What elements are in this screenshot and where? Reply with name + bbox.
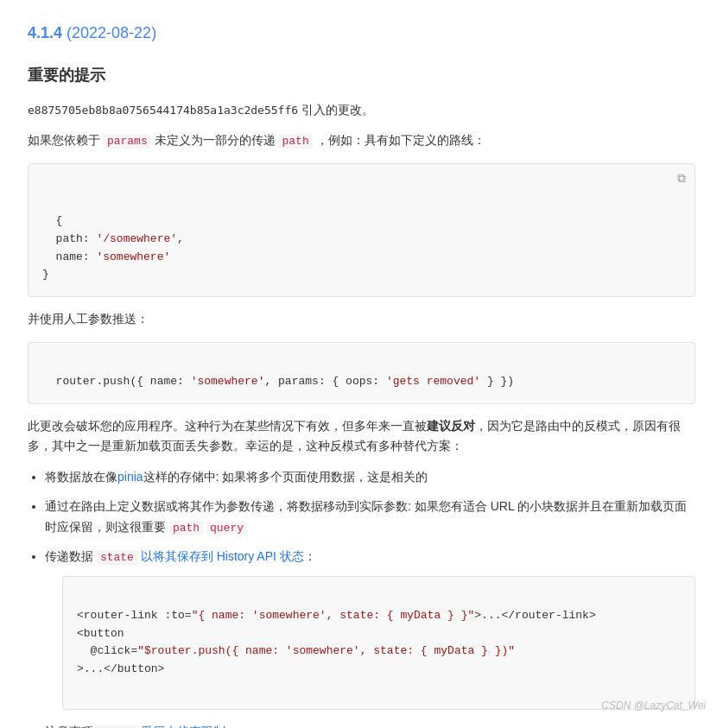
alternatives-list: 将数据放在像pinia这样的存储中: 如果将多个页面使用数据，这是相关的 通过在… <box>45 467 695 538</box>
query-inline: query <box>206 521 247 535</box>
intro-commit: e8875705eb8b8a0756544174b85a1a3c2de55ff6… <box>28 100 695 121</box>
params-code: params <box>104 134 151 149</box>
version-number: 4.1.4 <box>28 24 62 41</box>
code-block-route: ⧉ { path: '/somewhere', name: 'somewhere… <box>28 163 695 297</box>
path-inline: path <box>169 521 203 535</box>
list-item-state: 传递数据 state 以将其保存到 History API 状态： <route… <box>45 547 695 728</box>
intro-params: 如果您依赖于 params 未定义为一部分的传递 path ，例如：具有如下定义… <box>28 130 695 151</box>
history-api-link[interactable]: 以将其保存到 History API 状态 <box>141 549 304 563</box>
warning-text: 此更改会破坏您的应用程序。这种行为在某些情况下有效，但多年来一直被建议反对，因为… <box>28 416 695 458</box>
page-header: 4.1.4 (2022-08-22) <box>28 21 695 46</box>
state-code: state <box>97 550 137 565</box>
state-note: 注意事项 state 受历史状态限制。 <box>45 722 695 728</box>
path-code: path <box>278 134 312 149</box>
history-state-link[interactable]: 受历史状态限制 <box>141 725 225 728</box>
intro-commit-suffix: 引入的更改。 <box>301 103 374 117</box>
push-intro: 并使用人工参数推送： <box>28 309 695 330</box>
warning-bold: 建议反对 <box>427 419 475 433</box>
version-date: (2022-08-22) <box>67 24 156 41</box>
code-block-push: router.push({ name: 'somewhere', params:… <box>28 342 695 404</box>
code-block-state: <router-link :to="{ name: 'somewhere', s… <box>62 576 695 710</box>
list-item-pinia: 将数据放在像pinia这样的存储中: 如果将多个页面使用数据，这是相关的 <box>45 467 695 488</box>
watermark: CSDN @LazyCat_Wei <box>601 698 706 714</box>
copy-button-1[interactable]: ⧉ <box>677 171 686 186</box>
section-title: 重要的提示 <box>28 63 695 88</box>
list-item-params: 通过在路由上定义数据或将其作为参数传递，将数据移动到实际参数: 如果您有适合 U… <box>45 497 695 538</box>
version-title: 4.1.4 (2022-08-22) <box>28 21 695 46</box>
state-bullet-list: 传递数据 state 以将其保存到 History API 状态： <route… <box>45 547 695 728</box>
commit-hash: e8875705eb8b8a0756544174b85a1a3c2de55ff6 <box>28 104 298 117</box>
pinia-link[interactable]: pinia <box>117 470 143 484</box>
